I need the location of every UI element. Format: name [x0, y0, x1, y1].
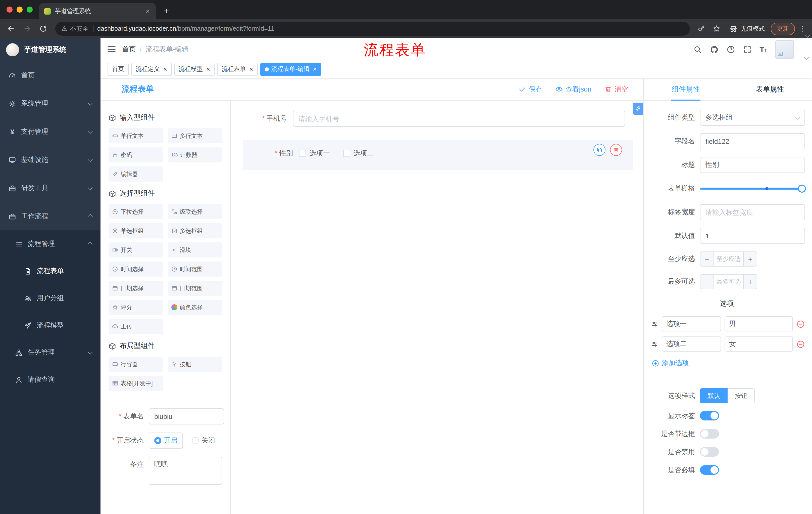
palette-item-date[interactable]: 日期选择	[109, 281, 163, 296]
tab-close-icon[interactable]: ×	[145, 7, 151, 15]
tag-close-icon[interactable]: ×	[163, 65, 167, 73]
browser-tab[interactable]: 芋道管理系统 ×	[39, 3, 156, 19]
sidebar-item-leave-query[interactable]: 请假查询	[0, 366, 100, 393]
palette-item-rate[interactable]: 评分	[109, 300, 163, 315]
sidebar-item-user-group[interactable]: 用户分组	[0, 285, 100, 312]
checkbox[interactable]	[343, 150, 350, 157]
zoom-window-button[interactable]	[27, 6, 33, 12]
tag-home[interactable]: 首页	[108, 63, 128, 76]
tag-process-model[interactable]: 流程模型 ×	[174, 63, 214, 76]
security-status[interactable]: 不安全	[61, 24, 89, 33]
github-icon[interactable]	[710, 45, 718, 54]
password-key-icon[interactable]	[695, 22, 708, 35]
sidebar-item-task-management[interactable]: 任务管理	[0, 339, 100, 366]
tag-process-form-edit[interactable]: 流程表单-编辑 ×	[260, 63, 321, 76]
palette-item-date-range[interactable]: 日期范围	[168, 281, 222, 296]
update-button[interactable]: 更新	[771, 22, 795, 35]
show-label-switch[interactable]	[700, 411, 719, 421]
palette-item-switch[interactable]: 开关	[109, 242, 163, 258]
slider-handle[interactable]	[798, 185, 806, 193]
duplicate-field-button[interactable]	[593, 144, 606, 156]
required-switch[interactable]	[700, 465, 719, 475]
remove-option-icon[interactable]	[796, 320, 805, 328]
checkbox[interactable]	[299, 150, 306, 157]
palette-item-upload[interactable]: 上传	[109, 319, 163, 334]
label-width-input[interactable]	[700, 204, 805, 220]
minimize-window-button[interactable]	[17, 6, 23, 12]
decrement-button[interactable]: −	[700, 275, 714, 289]
palette-item-textarea[interactable]: 多行文本	[168, 128, 222, 143]
gender-option-2[interactable]: 选项二	[343, 149, 374, 158]
option-value-input[interactable]	[725, 336, 793, 352]
forward-button[interactable]	[20, 22, 34, 36]
tag-process-definition[interactable]: 流程定义 ×	[131, 63, 172, 76]
palette-item-time[interactable]: 时间选择	[109, 262, 163, 277]
increment-button[interactable]: +	[744, 252, 757, 266]
delete-field-button[interactable]	[610, 144, 622, 156]
address-bar[interactable]: 不安全 dashboard.yudao.iocoder.cn /bpm/mana…	[55, 22, 690, 36]
reload-button[interactable]	[36, 22, 50, 36]
grid-slider[interactable]	[700, 181, 805, 197]
phone-input[interactable]	[293, 111, 625, 127]
status-off-radio[interactable]: 关闭	[192, 436, 215, 445]
palette-item-row[interactable]: 行容器	[109, 357, 163, 372]
palette-item-cascader[interactable]: 级联选择	[168, 204, 222, 219]
palette-item-input[interactable]: 单行文本	[109, 128, 163, 143]
tag-process-form[interactable]: 流程表单 ×	[217, 63, 258, 76]
clear-button[interactable]: 清空	[605, 85, 628, 94]
canvas-field-phone[interactable]: 手机号	[243, 111, 625, 127]
form-name-input[interactable]	[149, 408, 224, 425]
sidebar-item-system[interactable]: 系统管理	[0, 89, 100, 118]
option-style-default[interactable]: 默认	[700, 388, 728, 403]
palette-item-select[interactable]: 下拉选择	[109, 204, 163, 219]
disabled-switch[interactable]	[700, 447, 719, 457]
search-icon[interactable]	[693, 45, 702, 54]
add-option-button[interactable]: 添加选项	[652, 359, 805, 368]
palette-item-color[interactable]: 颜色选择	[168, 300, 222, 315]
sidebar-item-process-model[interactable]: 流程模型	[0, 312, 100, 339]
drag-handle-icon[interactable]	[651, 340, 658, 348]
palette-item-table[interactable]: 表格[开发中]	[109, 376, 163, 391]
browser-menu-button[interactable]	[797, 22, 808, 35]
new-tab-button[interactable]: +	[160, 4, 173, 18]
link-anchor-button[interactable]	[633, 103, 643, 115]
form-remark-textarea[interactable]: 嘿嘿	[149, 457, 222, 485]
font-size-icon[interactable]: TT	[759, 45, 767, 54]
palette-item-radio-group[interactable]: 单选框组	[109, 223, 163, 238]
palette-item-password[interactable]: 密码	[109, 147, 163, 162]
sidebar-item-process-form[interactable]: 流程表单	[0, 258, 100, 285]
palette-item-editor[interactable]: 编辑器	[109, 166, 163, 182]
sidebar-item-process-management[interactable]: 流程管理	[0, 231, 100, 258]
sidebar-item-home[interactable]: 首页	[0, 61, 100, 89]
sidebar-item-infrastructure[interactable]: 基础设施	[0, 146, 100, 174]
option-label-input[interactable]	[662, 336, 721, 352]
option-label-input[interactable]	[662, 316, 721, 331]
palette-item-time-range[interactable]: 时间范围	[168, 262, 222, 277]
tab-form-props[interactable]: 表单属性	[728, 78, 812, 100]
with-border-switch[interactable]	[700, 429, 719, 438]
sidebar-item-payment[interactable]: ¥ 支付管理	[0, 118, 100, 146]
tag-close-icon[interactable]: ×	[313, 65, 317, 73]
palette-item-button[interactable]: 按钮	[168, 357, 222, 372]
hamburger-icon[interactable]	[108, 45, 116, 54]
back-button[interactable]	[4, 22, 18, 36]
remove-option-icon[interactable]	[796, 340, 805, 348]
field-name-input[interactable]	[700, 133, 805, 150]
tag-close-icon[interactable]: ×	[206, 65, 210, 73]
view-json-button[interactable]: 查看json	[555, 85, 591, 94]
status-on-radio[interactable]: 开启	[149, 433, 183, 449]
option-value-input[interactable]	[725, 316, 793, 331]
title-input[interactable]	[700, 157, 805, 173]
sidebar-item-devtools[interactable]: 研发工具	[0, 174, 100, 202]
option-style-button[interactable]: 按钮	[728, 388, 755, 403]
breadcrumb-home[interactable]: 首页	[122, 45, 136, 54]
help-icon[interactable]	[726, 45, 735, 54]
sidebar-item-workflow[interactable]: 工作流程	[0, 202, 100, 231]
palette-item-counter[interactable]: 123计数器	[168, 147, 222, 162]
save-button[interactable]: 保存	[519, 85, 542, 94]
palette-item-checkbox-group[interactable]: 多选框组	[168, 223, 222, 238]
canvas-field-gender-selected[interactable]: 性别 选项一 选项二	[243, 140, 633, 170]
close-window-button[interactable]	[6, 6, 12, 12]
component-type-select[interactable]: 多选框组	[700, 110, 805, 126]
avatar[interactable]	[775, 40, 794, 59]
